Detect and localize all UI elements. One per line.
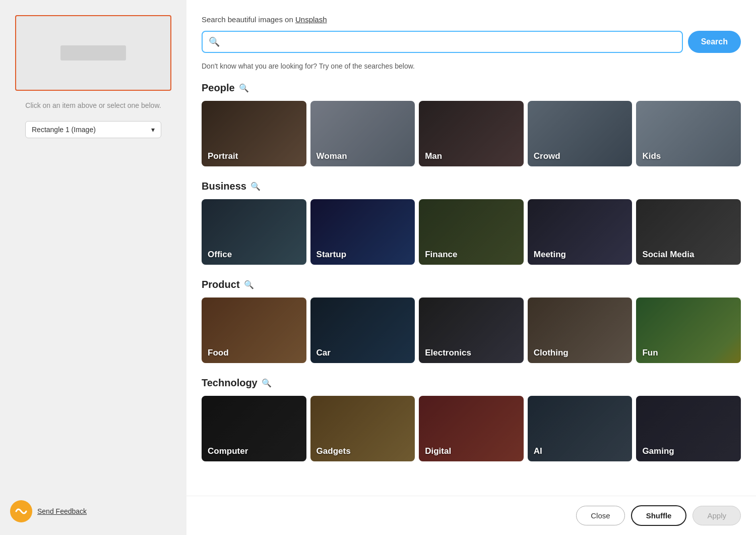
grid-item-label: Gaming [642,446,674,456]
grid-item-car[interactable]: Car [310,298,415,363]
search-input[interactable] [224,38,676,46]
footer: Close Shuffle Apply [186,496,756,535]
grid-item-man[interactable]: Man [419,101,524,166]
grid-item-overlay: Man [419,101,524,166]
section-technology: Technology 🔍ComputerGadgetsDigitalAIGami… [202,377,741,461]
dropdown-label: Rectangle 1 (Image) [32,126,96,134]
section-business: Business 🔍OfficeStartupFinanceMeetingSoc… [202,181,741,265]
grid-item-office[interactable]: Office [202,199,306,265]
grid-item-label: AI [534,446,542,456]
section-product: Product 🔍FoodCarElectronicsClothingFun [202,279,741,363]
section-search-icon-product[interactable]: 🔍 [244,280,254,289]
grid-item-digital[interactable]: Digital [419,396,524,461]
grid-item-label: Clothing [534,348,569,358]
hint-text: Click on an item above or select one bel… [25,101,161,111]
image-preview-box [15,15,171,91]
section-search-icon-technology[interactable]: 🔍 [262,378,272,388]
apply-button: Apply [692,506,741,525]
grid-item-label: Crowd [534,151,560,161]
logo-area: Send Feedback [10,500,87,522]
section-title-people: People 🔍 [202,82,741,94]
grid-item-label: Car [317,348,331,358]
grid-item-social-media[interactable]: Social Media [636,199,741,265]
unsplash-link[interactable]: Unsplash [295,15,327,24]
grid-item-overlay: Digital [419,396,524,461]
grid-item-computer[interactable]: Computer [202,396,306,461]
grid-item-overlay: Kids [636,101,741,166]
element-dropdown[interactable]: Rectangle 1 (Image) ▾ [25,121,161,138]
grid-item-finance[interactable]: Finance [419,199,524,265]
grid-item-overlay: Meeting [528,199,633,265]
grid-item-label: Woman [317,151,347,161]
image-grid-business: OfficeStartupFinanceMeetingSocial Media [202,199,741,265]
grid-item-label: Finance [425,250,457,260]
left-panel: Click on an item above or select one bel… [0,0,186,535]
section-label-technology: Technology [202,377,258,389]
grid-item-startup[interactable]: Startup [310,199,415,265]
section-label-business: Business [202,181,246,192]
grid-item-label: Fun [642,348,658,358]
grid-item-label: Electronics [425,348,471,358]
search-button[interactable]: Search [688,31,741,53]
grid-item-meeting[interactable]: Meeting [528,199,633,265]
section-search-icon-business[interactable]: 🔍 [250,182,261,191]
search-bar: 🔍 Search [202,31,741,53]
grid-item-overlay: Crowd [528,101,633,166]
grid-item-ai[interactable]: AI [528,396,633,461]
grid-item-label: Gadgets [317,446,351,456]
grid-item-electronics[interactable]: Electronics [419,298,524,363]
grid-item-label: Man [425,151,442,161]
image-placeholder-inner [60,45,126,61]
grid-item-label: Social Media [642,250,694,260]
grid-item-label: Digital [425,446,451,456]
grid-item-label: Meeting [534,250,566,260]
grid-item-overlay: AI [528,396,633,461]
grid-item-overlay: Computer [202,396,306,461]
section-title-product: Product 🔍 [202,279,741,290]
grid-item-overlay: Gaming [636,396,741,461]
grid-item-overlay: Woman [310,101,415,166]
grid-item-overlay: Social Media [636,199,741,265]
grid-item-kids[interactable]: Kids [636,101,741,166]
grid-item-label: Computer [208,446,248,456]
image-grid-people: PortraitWomanManCrowdKids [202,101,741,166]
right-content: Search beautiful images on Unsplash 🔍 Se… [186,0,756,496]
grid-item-overlay: Gadgets [310,396,415,461]
section-label-product: Product [202,279,240,290]
grid-item-overlay: Food [202,298,306,363]
section-search-icon-people[interactable]: 🔍 [239,83,249,93]
grid-item-overlay: Startup [310,199,415,265]
grid-item-woman[interactable]: Woman [310,101,415,166]
grid-item-overlay: Car [310,298,415,363]
right-panel: Search beautiful images on Unsplash 🔍 Se… [186,0,756,535]
shuffle-button[interactable]: Shuffle [631,505,687,526]
grid-item-gadgets[interactable]: Gadgets [310,396,415,461]
grid-item-overlay: Electronics [419,298,524,363]
section-people: People 🔍PortraitWomanManCrowdKids [202,82,741,166]
grid-item-overlay: Fun [636,298,741,363]
image-grid-technology: ComputerGadgetsDigitalAIGaming [202,396,741,461]
grid-item-overlay: Office [202,199,306,265]
search-input-wrap: 🔍 [202,31,683,53]
grid-item-label: Startup [317,250,347,260]
grid-item-overlay: Finance [419,199,524,265]
grid-item-overlay: Portrait [202,101,306,166]
grid-item-portrait[interactable]: Portrait [202,101,306,166]
grid-item-crowd[interactable]: Crowd [528,101,633,166]
section-label-people: People [202,82,235,94]
grid-item-clothing[interactable]: Clothing [528,298,633,363]
grid-item-label: Office [208,250,232,260]
grid-item-overlay: Clothing [528,298,633,363]
send-feedback-link[interactable]: Send Feedback [37,507,87,515]
close-button[interactable]: Close [576,506,624,525]
logo-icon [10,500,32,522]
section-title-business: Business 🔍 [202,181,741,192]
grid-item-food[interactable]: Food [202,298,306,363]
search-header: Search beautiful images on Unsplash [202,15,741,24]
suggestion-text: Don't know what you are looking for? Try… [202,62,741,70]
grid-item-label: Kids [642,151,661,161]
grid-item-label: Portrait [208,151,238,161]
search-icon: 🔍 [209,36,220,47]
grid-item-gaming[interactable]: Gaming [636,396,741,461]
grid-item-fun[interactable]: Fun [636,298,741,363]
